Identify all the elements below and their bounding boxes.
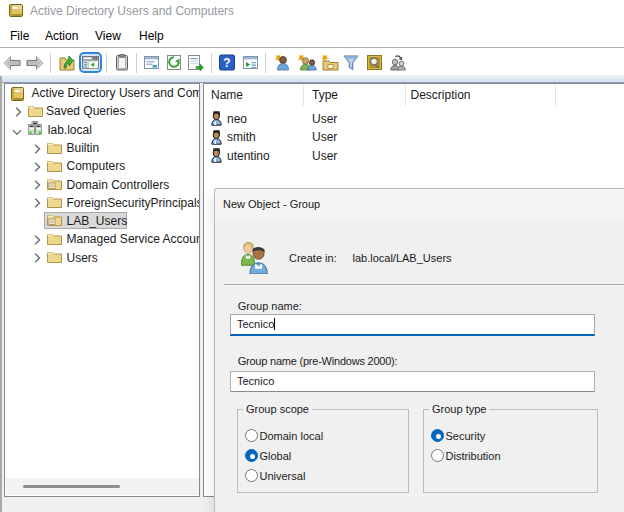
svg-text:?: ?	[223, 56, 230, 70]
